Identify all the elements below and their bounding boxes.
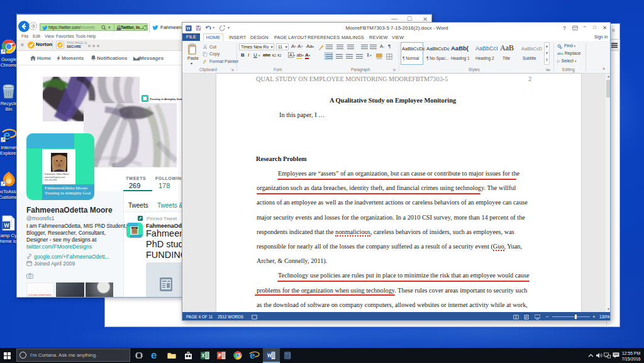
svg-text:e: e <box>151 350 157 360</box>
svg-text:e: e <box>250 350 255 360</box>
